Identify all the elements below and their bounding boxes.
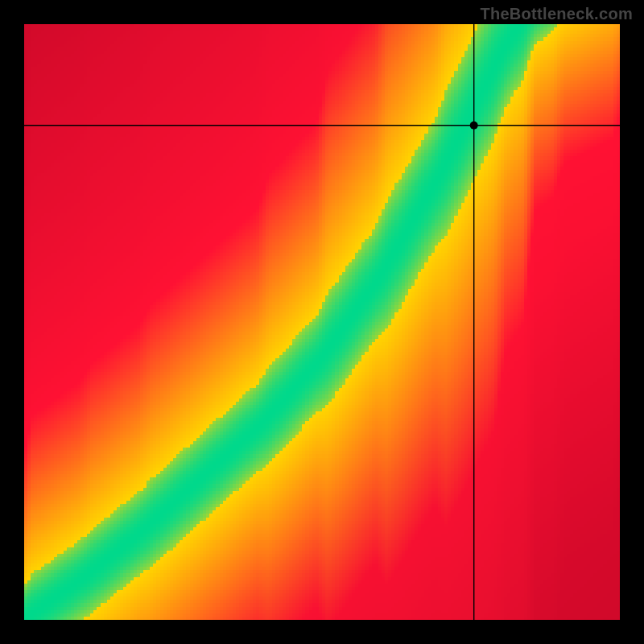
figure-root: TheBottleneck.com bbox=[0, 0, 644, 644]
heatmap-plot bbox=[24, 24, 620, 620]
heatmap-canvas bbox=[24, 24, 620, 620]
watermark-label: TheBottleneck.com bbox=[480, 5, 633, 23]
